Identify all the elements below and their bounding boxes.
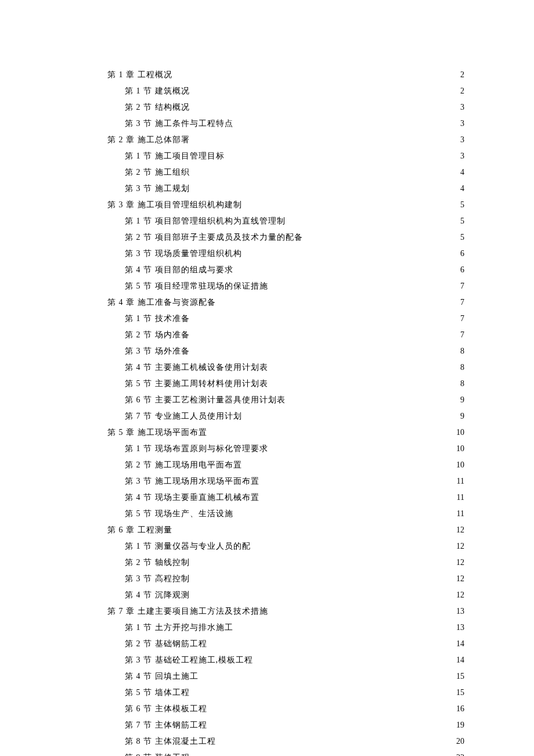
toc-entry[interactable]: 第 2 节 轴线控制12 — [70, 557, 464, 568]
toc-entry[interactable]: 第 1 节 项目部管理组织机构为直线管理制5 — [70, 216, 464, 226]
toc-entry-label: 第 5 章 施工现场平面布置 — [107, 427, 207, 438]
toc-entry-page: 11 — [457, 493, 464, 502]
toc-entry-label: 第 7 节 主体钢筋工程 — [125, 720, 207, 730]
toc-entry-label: 第 7 章 土建主要项目施工方法及技术措施 — [107, 606, 268, 617]
toc-entry[interactable]: 第 1 节 测量仪器与专业人员的配12 — [70, 541, 464, 552]
toc-entry-page: 3 — [460, 119, 464, 128]
toc-entry-label: 第 3 节 高程控制 — [125, 574, 190, 584]
toc-entry-label: 第 7 节 专业施工人员使用计划 — [125, 411, 242, 422]
toc-entry-label: 第 2 节 基础钢筋工程 — [125, 639, 207, 649]
toc-entry-label: 第 3 节 场外准备 — [125, 346, 190, 357]
toc-entry-label: 第 5 节 现场生产、生活设施 — [125, 509, 233, 519]
toc-entry-page: 9 — [460, 395, 464, 405]
toc-entry[interactable]: 第 1 节 建筑概况2 — [70, 86, 464, 96]
toc-entry-page: 11 — [457, 509, 464, 519]
toc-entry-label: 第 3 节 现场质量管理组织机构 — [125, 249, 242, 259]
toc-entry[interactable]: 第 5 章 施工现场平面布置10 — [70, 427, 464, 438]
toc-entry-page: 13 — [456, 607, 464, 616]
toc-entry[interactable]: 第 1 节 技术准备7 — [70, 314, 464, 324]
toc-entry-page: 2 — [460, 70, 464, 80]
toc-entry-label: 第 2 节 项目部班子主要成员及技术力量的配备 — [125, 232, 303, 243]
toc-entry[interactable]: 第 3 节 基础砼工程施工,模板工程14 — [70, 655, 464, 665]
toc-entry[interactable]: 第 1 章 工程概况2 — [70, 70, 464, 80]
toc-entry[interactable]: 第 3 节 场外准备8 — [70, 346, 464, 357]
toc-entry-page: 8 — [460, 347, 464, 356]
toc-entry[interactable]: 第 2 节 项目部班子主要成员及技术力量的配备5 — [70, 232, 464, 243]
toc-entry-label: 第 3 节 基础砼工程施工,模板工程 — [125, 655, 253, 665]
toc-entry-page: 8 — [460, 379, 464, 388]
toc-entry-page: 4 — [460, 168, 464, 177]
toc-entry[interactable]: 第 8 节 主体混凝土工程20 — [70, 736, 464, 747]
toc-entry-page: 10 — [456, 460, 464, 470]
toc-entry[interactable]: 第 2 节 施工现场用电平面布置10 — [70, 460, 464, 470]
toc-entry[interactable]: 第 2 章 施工总体部署3 — [70, 135, 464, 145]
toc-entry-label: 第 4 节 主要施工机械设备使用计划表 — [125, 362, 268, 373]
toc-entry[interactable]: 第 4 节 沉降观测12 — [70, 590, 464, 600]
toc-entry[interactable]: 第 5 节 主要施工周转材料使用计划表8 — [70, 379, 464, 389]
toc-entry[interactable]: 第 3 节 施工规划4 — [70, 183, 464, 194]
table-of-contents: 第 1 章 工程概况2第 1 节 建筑概况2第 2 节 结构概况3第 3 节 施… — [70, 70, 464, 756]
toc-entry-label: 第 2 节 轴线控制 — [125, 557, 190, 568]
toc-entry[interactable]: 第 3 节 高程控制12 — [70, 574, 464, 584]
toc-entry-label: 第 1 节 土方开挖与排水施工 — [125, 622, 233, 633]
toc-entry-page: 19 — [456, 721, 464, 730]
toc-entry-page: 11 — [457, 477, 464, 486]
toc-entry-page: 12 — [456, 558, 464, 567]
toc-entry-page: 7 — [460, 282, 464, 291]
toc-entry-page: 6 — [460, 265, 464, 275]
toc-entry[interactable]: 第 5 节 现场生产、生活设施11 — [70, 509, 464, 519]
toc-entry[interactable]: 第 7 章 土建主要项目施工方法及技术措施13 — [70, 606, 464, 617]
toc-entry-page: 7 — [460, 330, 464, 340]
toc-entry[interactable]: 第 3 章 施工项目管理组织机构建制5 — [70, 200, 464, 210]
toc-entry-page: 15 — [456, 672, 464, 681]
toc-entry[interactable]: 第 7 节 主体钢筋工程19 — [70, 720, 464, 730]
toc-entry-page: 14 — [456, 656, 464, 665]
toc-entry[interactable]: 第 6 章 工程测量12 — [70, 525, 464, 535]
toc-entry-label: 第 3 节 施工现场用水现场平面布置 — [125, 476, 259, 487]
toc-entry-page: 10 — [456, 444, 464, 453]
toc-entry[interactable]: 第 6 节 主体模板工程16 — [70, 704, 464, 714]
toc-entry-page: 12 — [456, 542, 464, 551]
toc-entry-label: 第 9 节 装修工程 — [125, 753, 190, 756]
toc-entry[interactable]: 第 2 节 结构概况3 — [70, 102, 464, 113]
toc-entry[interactable]: 第 4 节 现场主要垂直施工机械布置11 — [70, 492, 464, 503]
toc-entry-page: 5 — [460, 233, 464, 242]
toc-entry[interactable]: 第 5 节 项目经理常驻现场的保证措施7 — [70, 281, 464, 291]
toc-entry-label: 第 5 节 项目经理常驻现场的保证措施 — [125, 281, 268, 291]
toc-entry[interactable]: 第 1 节 土方开挖与排水施工13 — [70, 622, 464, 633]
toc-entry-page: 7 — [460, 298, 464, 307]
toc-entry[interactable]: 第 7 节 专业施工人员使用计划9 — [70, 411, 464, 422]
toc-entry-page: 22 — [456, 753, 464, 756]
toc-entry[interactable]: 第 6 节 主要工艺检测计量器具使用计划表9 — [70, 395, 464, 405]
toc-entry-page: 3 — [460, 103, 464, 112]
toc-entry-label: 第 2 章 施工总体部署 — [107, 135, 190, 145]
toc-entry-label: 第 5 节 主要施工周转材料使用计划表 — [125, 379, 268, 389]
toc-entry[interactable]: 第 5 节 墙体工程15 — [70, 687, 464, 698]
toc-entry[interactable]: 第 4 节 回填土施工15 — [70, 671, 464, 682]
toc-entry-label: 第 4 节 沉降观测 — [125, 590, 190, 600]
toc-entry[interactable]: 第 1 节 现场布置原则与标化管理要求10 — [70, 444, 464, 454]
toc-entry-label: 第 3 章 施工项目管理组织机构建制 — [107, 200, 242, 210]
toc-entry-label: 第 4 节 项目部的组成与要求 — [125, 265, 233, 275]
toc-entry-label: 第 3 节 施工规划 — [125, 183, 190, 194]
toc-entry-label: 第 2 节 施工现场用电平面布置 — [125, 460, 242, 470]
toc-entry-label: 第 2 节 施工组织 — [125, 167, 190, 178]
toc-entry[interactable]: 第 2 节 场内准备7 — [70, 330, 464, 340]
toc-entry[interactable]: 第 9 节 装修工程22 — [70, 753, 464, 756]
toc-entry-label: 第 1 节 项目部管理组织机构为直线管理制 — [125, 216, 286, 226]
toc-entry[interactable]: 第 2 节 施工组织4 — [70, 167, 464, 178]
toc-entry-page: 5 — [460, 217, 464, 226]
toc-entry[interactable]: 第 3 节 现场质量管理组织机构6 — [70, 249, 464, 259]
toc-entry[interactable]: 第 3 节 施工条件与工程特点3 — [70, 118, 464, 129]
toc-entry-label: 第 4 节 回填土施工 — [125, 671, 199, 682]
toc-entry-page: 20 — [456, 737, 464, 746]
toc-entry[interactable]: 第 4 节 主要施工机械设备使用计划表8 — [70, 362, 464, 373]
toc-entry[interactable]: 第 1 节 施工项目管理目标3 — [70, 151, 464, 161]
toc-entry-label: 第 6 节 主要工艺检测计量器具使用计划表 — [125, 395, 286, 405]
toc-entry-page: 4 — [460, 184, 464, 193]
toc-entry[interactable]: 第 4 节 项目部的组成与要求6 — [70, 265, 464, 275]
toc-entry[interactable]: 第 3 节 施工现场用水现场平面布置11 — [70, 476, 464, 487]
toc-entry[interactable]: 第 2 节 基础钢筋工程14 — [70, 639, 464, 649]
toc-entry[interactable]: 第 4 章 施工准备与资源配备7 — [70, 297, 464, 308]
toc-entry-label: 第 2 节 结构概况 — [125, 102, 190, 113]
